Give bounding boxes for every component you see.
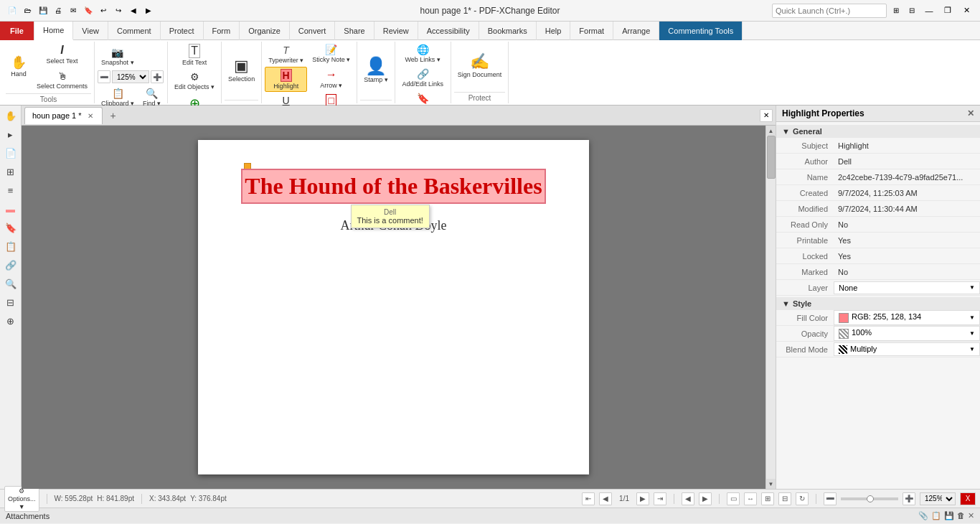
highlight-button[interactable]: H Highlight xyxy=(265,67,307,92)
email-icon[interactable]: ✉ xyxy=(67,4,80,17)
attach-icon-4[interactable]: 🗑 xyxy=(957,511,965,520)
left-tool-grid[interactable]: ⊟ xyxy=(2,294,19,311)
scroll-track[interactable] xyxy=(766,136,776,479)
hand-tool-button[interactable]: ✋ Hand xyxy=(6,52,32,81)
fill-color-dropdown[interactable]: RGB: 255, 128, 134 ▼ xyxy=(834,310,980,324)
zoom-out-status-button[interactable]: ➖ xyxy=(824,492,837,505)
layer-dropdown[interactable]: None ▼ xyxy=(834,281,980,294)
tab-file[interactable]: File xyxy=(0,22,34,40)
sticky-note-button[interactable]: 📝 Sticky Note ▾ xyxy=(308,42,354,65)
web-links-button[interactable]: 🌐 Web Links ▾ xyxy=(398,42,448,65)
minimize-button[interactable]: — xyxy=(921,4,937,17)
tab-organize[interactable]: Organize xyxy=(240,22,290,40)
tab-form[interactable]: Form xyxy=(204,22,240,40)
attach-icon-2[interactable]: 📋 xyxy=(931,511,941,520)
prev-page-button[interactable]: ◀ xyxy=(599,492,612,505)
print-icon[interactable]: 🖨 xyxy=(52,4,65,17)
zoom-in-button[interactable]: ➕ xyxy=(151,70,164,83)
scroll-down-arrow[interactable]: ▼ xyxy=(766,479,776,489)
close-doc-button[interactable]: ✕ xyxy=(760,109,773,122)
new-tab-button[interactable]: + xyxy=(105,108,121,123)
undo-icon[interactable]: ↩ xyxy=(97,4,110,17)
document-tab-close[interactable]: ✕ xyxy=(86,111,95,121)
close-button[interactable]: ✕ xyxy=(958,4,974,17)
tab-format[interactable]: Format xyxy=(570,22,613,40)
tab-home[interactable]: Home xyxy=(34,22,73,40)
left-tool-search[interactable]: 🔍 xyxy=(2,275,19,292)
opacity-dropdown[interactable]: 100% ▼ xyxy=(834,326,980,340)
left-tool-layers[interactable]: ≡ xyxy=(2,182,19,199)
left-tool-highlight[interactable]: ▬ xyxy=(2,200,19,217)
left-tool-stamp[interactable]: ⊕ xyxy=(2,312,19,329)
back-icon[interactable]: ◀ xyxy=(127,4,140,17)
options-button[interactable]: ⚙ Options... ▼ xyxy=(4,486,39,512)
left-tool-form[interactable]: 📋 xyxy=(2,238,19,255)
scroll-up-arrow[interactable]: ▲ xyxy=(766,126,776,136)
zoom-in-status-button[interactable]: ➕ xyxy=(903,492,915,505)
blend-mode-dropdown[interactable]: Multiply ▼ xyxy=(834,342,980,356)
left-tool-cursor[interactable]: ▸ xyxy=(2,126,19,143)
select-text-button[interactable]: I Select Text xyxy=(33,42,91,67)
restore-button[interactable]: ❐ xyxy=(940,4,956,17)
zoom-slider-thumb[interactable] xyxy=(867,495,874,502)
zoom-slider[interactable] xyxy=(841,497,898,500)
rotate-button[interactable]: ↻ xyxy=(796,492,809,505)
snapshot-button[interactable]: 📷 Snapshot ▾ xyxy=(98,45,138,68)
grid-icon[interactable]: ⊟ xyxy=(905,4,918,17)
style-section-header[interactable]: ▼ Style xyxy=(776,297,980,310)
two-page-button[interactable]: ⊞ xyxy=(761,492,774,505)
add-edit-links-button[interactable]: 🔗 Add/Edit Links xyxy=(398,66,448,90)
first-page-button[interactable]: ⇤ xyxy=(582,492,595,505)
next-page-button[interactable]: ▶ xyxy=(636,492,649,505)
tab-protect[interactable]: Protect xyxy=(161,22,204,40)
selection-button[interactable]: ▣ Selection xyxy=(225,55,258,85)
forward-icon[interactable]: ▶ xyxy=(142,4,155,17)
left-tool-link[interactable]: 🔗 xyxy=(2,256,19,273)
typewriter-button[interactable]: T Typewriter ▾ xyxy=(265,42,307,66)
tab-share[interactable]: Share xyxy=(335,22,374,40)
tab-review[interactable]: Review xyxy=(374,22,418,40)
zoom-select[interactable]: 125% 100% 75% 50% 150% 200% xyxy=(112,70,149,83)
next-view-button[interactable]: ▶ xyxy=(699,492,712,505)
new-icon[interactable]: 🗁 xyxy=(22,4,34,17)
bookmark-icon[interactable]: 🔖 xyxy=(82,4,95,17)
tab-accessibility[interactable]: Accessibility xyxy=(418,22,479,40)
quick-launch-input[interactable] xyxy=(772,4,887,18)
tab-convert[interactable]: Convert xyxy=(290,22,336,40)
arrow-button[interactable]: → Arrow ▾ xyxy=(308,66,354,91)
layout-icon[interactable]: ⊞ xyxy=(890,4,903,17)
panel-close-button[interactable]: ✕ xyxy=(967,108,974,118)
attachments-close-button[interactable]: ✕ xyxy=(968,511,974,520)
edit-text-button[interactable]: T Edit Text xyxy=(171,42,218,68)
tab-bookmarks[interactable]: Bookmarks xyxy=(479,22,537,40)
attach-icon-1[interactable]: 📎 xyxy=(918,511,928,520)
scroll-thumb[interactable] xyxy=(767,136,776,179)
left-tool-hand[interactable]: ✋ xyxy=(2,107,19,124)
fit-width-button[interactable]: ↔ xyxy=(744,492,757,505)
redo-icon[interactable]: ↪ xyxy=(112,4,125,17)
general-section-header[interactable]: ▼ General xyxy=(776,125,980,138)
zoom-status-select[interactable]: 125% 100% 75% 150% 200% xyxy=(920,492,956,505)
last-page-button[interactable]: ⇥ xyxy=(654,492,666,505)
sign-document-button[interactable]: ✍ Sign Document xyxy=(454,51,506,81)
tab-arrange[interactable]: Arrange xyxy=(613,22,659,40)
tab-comment[interactable]: Comment xyxy=(108,22,161,40)
zoom-out-button[interactable]: ➖ xyxy=(98,70,110,83)
pdf-xchange-button[interactable]: X xyxy=(960,492,976,505)
prev-view-button[interactable]: ◀ xyxy=(682,492,694,505)
save-icon[interactable]: 💾 xyxy=(37,4,50,17)
left-tool-page[interactable]: 📄 xyxy=(2,144,19,162)
document-tab[interactable]: houn page 1 * ✕ xyxy=(24,107,103,124)
select-comments-button[interactable]: 🖱 Select Comments xyxy=(33,68,91,92)
single-page-button[interactable]: ▭ xyxy=(727,492,740,505)
stamp-button[interactable]: 👤 Stamp ▾ xyxy=(360,55,392,86)
doc-scroll-area[interactable]: The Hound of the Baskervilles Dell This … xyxy=(22,126,765,489)
edit-objects-button[interactable]: ⚙ Edit Objects ▾ xyxy=(171,69,218,93)
attach-icon-3[interactable]: 💾 xyxy=(944,511,954,520)
left-tool-thumbnail[interactable]: ⊞ xyxy=(2,163,19,180)
continuous-button[interactable]: ⊟ xyxy=(778,492,791,505)
left-tool-bookmark[interactable]: 🔖 xyxy=(2,219,19,236)
tab-help[interactable]: Help xyxy=(537,22,571,40)
tab-view[interactable]: View xyxy=(73,22,108,40)
tab-commenting-tools[interactable]: Commenting Tools xyxy=(659,22,743,40)
